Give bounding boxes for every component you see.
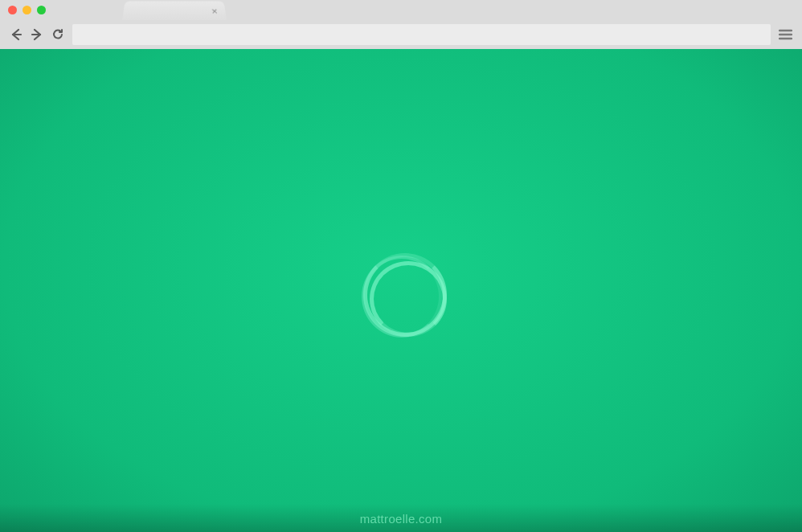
page-content: mattroelle.com: [0, 49, 802, 532]
browser-tab[interactable]: ×: [122, 2, 227, 20]
arrow-left-icon: [10, 28, 23, 41]
menu-button[interactable]: [779, 29, 792, 40]
browser-chrome: ×: [0, 0, 802, 49]
minimize-window-button[interactable]: [23, 6, 31, 14]
tab-close-icon[interactable]: ×: [211, 6, 218, 15]
browser-toolbar: [0, 20, 802, 49]
back-button[interactable]: [10, 28, 23, 41]
attribution-text: mattroelle.com: [360, 512, 443, 526]
close-window-button[interactable]: [8, 6, 17, 14]
loading-spinner: [363, 253, 447, 337]
address-bar-input[interactable]: [72, 24, 771, 45]
reload-button[interactable]: [51, 28, 64, 41]
arrow-right-icon: [31, 28, 43, 41]
reload-icon: [51, 28, 64, 41]
tab-bar: ×: [0, 0, 802, 20]
maximize-window-button[interactable]: [37, 6, 46, 14]
spinner-ring-icon: [370, 261, 447, 337]
window-controls: [8, 6, 46, 14]
hamburger-icon: [779, 29, 792, 40]
forward-button[interactable]: [31, 28, 43, 41]
